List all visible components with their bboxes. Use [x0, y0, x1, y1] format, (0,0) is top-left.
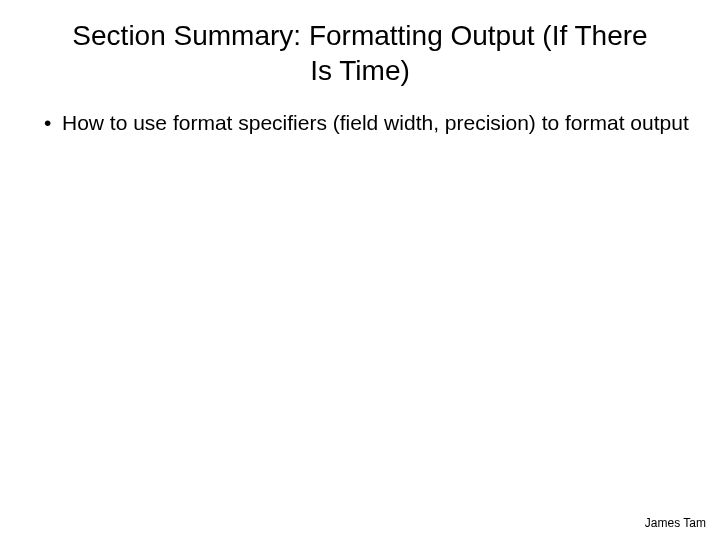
slide-container: Section Summary: Formatting Output (If T…	[0, 0, 720, 540]
list-item: How to use format specifiers (field widt…	[40, 110, 690, 136]
slide-title: Section Summary: Formatting Output (If T…	[60, 18, 660, 88]
footer-author: James Tam	[645, 516, 706, 530]
bullet-list: How to use format specifiers (field widt…	[30, 110, 690, 136]
